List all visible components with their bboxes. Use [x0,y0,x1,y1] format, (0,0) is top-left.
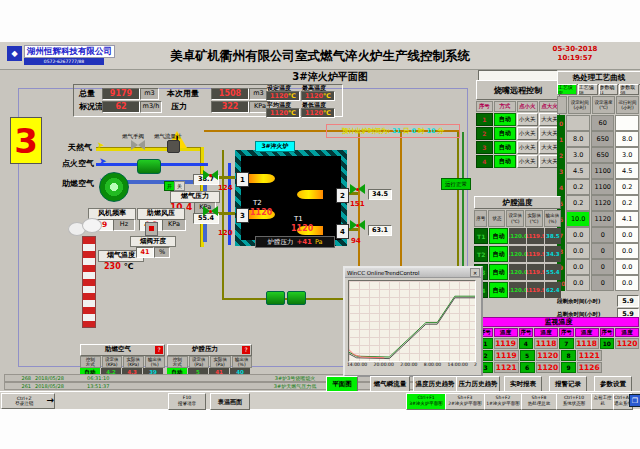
curve-set-time[interactable]: 3.0 [566,147,590,163]
air-panel-help-button[interactable]: ? [155,346,163,354]
small-fire-button[interactable]: 小火关 [517,155,538,168]
monitor-point-number: 7 [559,338,574,349]
burner-2-valve-icon[interactable] [350,184,365,194]
curve-set-temp[interactable]: 0 [591,275,615,291]
small-fire-button[interactable]: 小火关 [517,113,538,126]
chamber-temp-header: 序号状态设定值 (℃)实际值 (℃)输出值 (%) [474,210,561,227]
curve-set-temp[interactable]: 60 [591,115,615,131]
taskbar-screen-button[interactable]: 点检工控机 [591,393,614,410]
quench-pump-icon-1[interactable] [266,291,285,305]
monitor-row: 111194111871118101120 [478,338,639,349]
temp-max-num: 1120 [305,92,323,100]
curve-set-temp[interactable]: 0 [591,259,615,275]
curve-set-time[interactable]: 8.0 [566,131,590,147]
curve-col-header [557,96,567,114]
trend-plot-area[interactable] [348,280,476,362]
toolbar-button[interactable]: 实时报表 [504,376,542,392]
taskbar-screen-button[interactable]: Ctrl+F13#淬火炉平面图 [406,393,446,410]
chamber-mode-button[interactable]: 自动 [489,228,507,244]
gas-hand-valve-icon[interactable] [131,140,145,150]
burner-control-row: 1自动小火关大火关 [476,113,560,126]
burner-4-number[interactable]: 4 [336,224,349,239]
datetime: 05-30-2018 10:19:57 [540,45,610,63]
burner-2-number[interactable]: 2 [336,188,349,203]
curve-set-time[interactable]: 0.2 [566,195,590,211]
burner-1-valve-icon[interactable] [203,170,218,180]
login-logout-button[interactable]: Ctrl+Z登录注销 → [1,393,55,409]
burner-mode-button[interactable]: 自动 [494,127,516,140]
toolbar-button[interactable]: 报警记录 [549,376,587,392]
burner-1-number[interactable]: 1 [236,172,249,187]
curve-run-time: 0.0 [615,227,639,243]
curve-set-time[interactable]: 0.0 [566,243,590,259]
curve-table-header: 设定时间 (小时)设定温度 (℃)运行时间 (小时) [557,96,639,114]
curve-set-temp[interactable]: 1100 [591,179,615,195]
burner-mode-button[interactable]: 自动 [494,155,516,168]
smoke-puff-icon-2 [82,218,102,233]
eta-hour-unit: 时 [418,127,425,136]
furnace-pressure-value: +41 [296,238,312,246]
taskbar-screen-button[interactable]: Sh+F32#淬火炉平面图 [445,393,485,410]
combustion-fan-icon[interactable] [99,172,129,202]
curve-set-time[interactable]: 0.2 [566,179,590,195]
valve-close-indicator[interactable]: 关 [174,181,185,191]
burner-4-flow: 94 [351,237,361,245]
press-col-header: 设定值 (Pa) [189,356,210,368]
trend-x-label: 14:00:00 [448,362,468,367]
toolbar-button[interactable]: 温度历史趋势 [413,376,457,392]
monitor-point-temp: 1121 [577,350,601,361]
pipe-stub-b1 [218,176,236,179]
window-icon[interactable]: ❐ [629,394,640,407]
trend-close-button[interactable]: ✕ [470,268,480,277]
monitor-point-temp: 1118 [575,338,599,349]
taskbar-screen-button[interactable]: Ctrl+F10系统状态图 [556,393,592,410]
toolbar-button[interactable]: 压力历史趋势 [456,376,500,392]
curve-button[interactable]: 参数确认 [599,84,619,95]
curve-set-temp[interactable]: 1120 [591,195,615,211]
curve-run-time: 0.2 [615,195,639,211]
curve-set-time[interactable]: 4.5 [566,163,590,179]
burner-4-valve-icon[interactable] [350,220,365,230]
toolbar-button[interactable]: 平面图 [326,376,358,392]
burner-mode-button[interactable]: 自动 [494,141,516,154]
trend-titlebar[interactable]: WinCC OnlineTrendControl ✕ [345,268,481,278]
curve-set-temp[interactable]: 0 [591,227,615,243]
temp-display-button[interactable]: 表温画面 [210,393,250,410]
curve-button[interactable]: 工艺编辑 [578,84,598,95]
curve-set-time[interactable]: 10.0 [566,211,590,227]
curve-set-time[interactable] [566,115,590,131]
chamber-mode-button[interactable]: 自动 [489,282,507,298]
toolbar-button[interactable]: 燃气瞬流量 [370,376,410,392]
flue-damper-icon[interactable] [145,222,158,236]
press-panel-help-button[interactable]: ? [242,346,250,354]
curve-set-temp[interactable]: 650 [591,147,615,163]
quench-pump-icon-2[interactable] [287,291,306,305]
burner-row-number: 4 [476,155,493,168]
burner-3-valve-icon[interactable] [203,206,218,216]
chamber-mode-button[interactable]: 自动 [489,246,507,262]
curve-set-time[interactable]: 0.0 [566,275,590,291]
curve-set-temp[interactable]: 1120 [591,211,615,227]
curve-button[interactable]: 工艺设定 [557,84,577,95]
taskbar-screen-button[interactable]: Sh+F8热处理总览 [521,393,557,410]
alarm-mute-button[interactable]: F10报警消音 [168,393,206,410]
chamber-mode-button[interactable]: 自动 [489,264,507,280]
ignition-air-pump-icon[interactable] [137,159,161,174]
curve-set-time[interactable]: 0.0 [566,259,590,275]
burner-mode-button[interactable]: 自动 [494,113,516,126]
small-fire-button[interactable]: 小火关 [517,141,538,154]
toolbar-button[interactable]: 参数设置 [594,376,632,392]
curve-set-temp[interactable]: 1100 [591,163,615,179]
burner-2-flame-icon [297,190,323,199]
air-col-header: 实际值 (KPa) [123,356,144,368]
curve-button[interactable]: 参数取消 [619,84,639,95]
gas-flow-meter-icon[interactable] [167,140,180,153]
taskbar-screen-button[interactable]: Sh+F21#淬火炉平面图 [484,393,522,410]
curve-set-time[interactable]: 0.0 [566,227,590,243]
curve-set-temp[interactable]: 650 [591,131,615,147]
press-col-header: 实际值 (Pa) [210,356,231,368]
air-col-header: 输出值 (%) [145,356,166,368]
burner-3-number[interactable]: 3 [236,208,249,223]
small-fire-button[interactable]: 小火关 [517,127,538,140]
curve-set-temp[interactable]: 0 [591,243,615,259]
